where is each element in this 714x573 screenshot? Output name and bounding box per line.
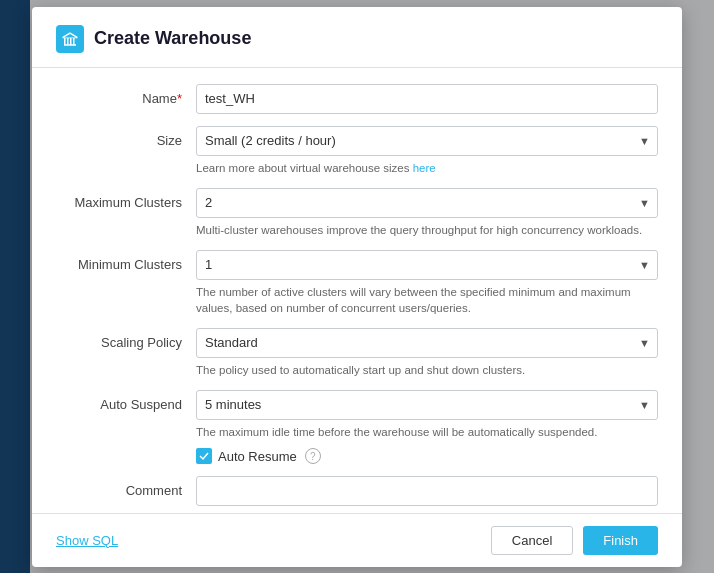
name-label: Name* bbox=[56, 84, 196, 106]
comment-label: Comment bbox=[56, 476, 196, 498]
scaling-policy-helper: The policy used to automatically start u… bbox=[196, 362, 658, 378]
size-select-wrap: X-Small (1 credit / hour)Small (2 credit… bbox=[196, 126, 658, 156]
size-row: Size X-Small (1 credit / hour)Small (2 c… bbox=[56, 126, 658, 176]
auto-suspend-select[interactable]: 1 minute5 minutes10 minutes15 minutes30 … bbox=[196, 390, 658, 420]
modal-footer: Show SQL Cancel Finish bbox=[32, 513, 682, 567]
max-clusters-label: Maximum Clusters bbox=[56, 188, 196, 210]
create-warehouse-modal: Create Warehouse Name* Size bbox=[32, 7, 682, 567]
max-clusters-row: Maximum Clusters 12345678910 ▼ Multi-clu… bbox=[56, 188, 658, 238]
modal-header: Create Warehouse bbox=[32, 7, 682, 68]
comment-row: Comment bbox=[56, 476, 658, 506]
scaling-policy-select[interactable]: StandardEconomy bbox=[196, 328, 658, 358]
min-clusters-label: Minimum Clusters bbox=[56, 250, 196, 272]
min-clusters-select-wrap: 12345 ▼ bbox=[196, 250, 658, 280]
footer-buttons: Cancel Finish bbox=[491, 526, 658, 555]
min-clusters-control-wrap: 12345 ▼ The number of active clusters wi… bbox=[196, 250, 658, 316]
max-clusters-select-wrap: 12345678910 ▼ bbox=[196, 188, 658, 218]
max-clusters-control-wrap: 12345678910 ▼ Multi-cluster warehouses i… bbox=[196, 188, 658, 238]
size-label: Size bbox=[56, 126, 196, 148]
size-control-wrap: X-Small (1 credit / hour)Small (2 credit… bbox=[196, 126, 658, 176]
name-control-wrap bbox=[196, 84, 658, 114]
size-helper-link[interactable]: here bbox=[413, 162, 436, 174]
finish-button[interactable]: Finish bbox=[583, 526, 658, 555]
min-clusters-row: Minimum Clusters 12345 ▼ The number of a… bbox=[56, 250, 658, 316]
auto-resume-label: Auto Resume bbox=[218, 449, 297, 464]
comment-control-wrap bbox=[196, 476, 658, 506]
scaling-policy-label: Scaling Policy bbox=[56, 328, 196, 350]
auto-suspend-select-wrap: 1 minute5 minutes10 minutes15 minutes30 … bbox=[196, 390, 658, 420]
comment-input[interactable] bbox=[196, 476, 658, 506]
auto-resume-row: Auto Resume ? bbox=[196, 448, 658, 464]
size-select[interactable]: X-Small (1 credit / hour)Small (2 credit… bbox=[196, 126, 658, 156]
cancel-button[interactable]: Cancel bbox=[491, 526, 573, 555]
name-row: Name* bbox=[56, 84, 658, 114]
auto-suspend-row: Auto Suspend 1 minute5 minutes10 minutes… bbox=[56, 390, 658, 464]
modal-body: Name* Size X-Small (1 credit / hour)Smal… bbox=[32, 68, 682, 513]
auto-suspend-label: Auto Suspend bbox=[56, 390, 196, 412]
auto-suspend-control-wrap: 1 minute5 minutes10 minutes15 minutes30 … bbox=[196, 390, 658, 464]
max-clusters-select[interactable]: 12345678910 bbox=[196, 188, 658, 218]
min-clusters-select[interactable]: 12345 bbox=[196, 250, 658, 280]
auto-resume-checkbox[interactable] bbox=[196, 448, 212, 464]
modal-title: Create Warehouse bbox=[94, 28, 251, 49]
scaling-policy-row: Scaling Policy StandardEconomy ▼ The pol… bbox=[56, 328, 658, 378]
name-input[interactable] bbox=[196, 84, 658, 114]
min-clusters-helper: The number of active clusters will vary … bbox=[196, 284, 658, 316]
auto-suspend-helper: The maximum idle time before the warehou… bbox=[196, 424, 658, 440]
max-clusters-helper: Multi-cluster warehouses improve the que… bbox=[196, 222, 658, 238]
show-sql-button[interactable]: Show SQL bbox=[56, 533, 118, 548]
size-helper: Learn more about virtual warehouse sizes… bbox=[196, 160, 658, 176]
scaling-policy-select-wrap: StandardEconomy ▼ bbox=[196, 328, 658, 358]
scaling-policy-control-wrap: StandardEconomy ▼ The policy used to aut… bbox=[196, 328, 658, 378]
auto-resume-help-icon[interactable]: ? bbox=[305, 448, 321, 464]
warehouse-icon bbox=[56, 25, 84, 53]
